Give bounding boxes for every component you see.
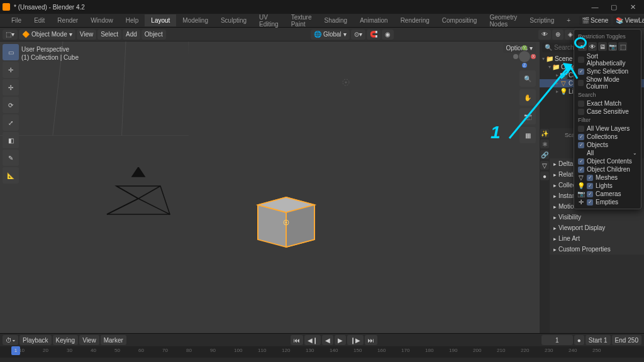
toggle-selectable-icon[interactable]: ↖ [578, 42, 587, 51]
play-reverse-button[interactable]: ◀ [322, 335, 333, 345]
gizmo-toggle[interactable]: ⊕ [552, 30, 564, 40]
menu-file[interactable]: File [5, 14, 28, 26]
scale-tool[interactable]: ⤢ [3, 114, 19, 131]
tab-geonodes[interactable]: Geometry Nodes [483, 11, 523, 30]
maximize-button[interactable]: ▢ [605, 1, 623, 13]
menu-edit[interactable]: Edit [28, 14, 51, 26]
timeline-playback[interactable]: Playback [19, 335, 52, 345]
menu-object[interactable]: Object [142, 30, 166, 40]
keyframe-next-button[interactable]: ❙▶ [347, 335, 364, 345]
camera-object[interactable] [101, 167, 176, 224]
objects-row[interactable]: ✓Objects [577, 141, 638, 149]
orbit-gizmo[interactable]: Y X Z [513, 45, 536, 68]
measure-tool[interactable]: 📐 [3, 167, 19, 184]
empties-row[interactable]: ✛✓Empties [577, 198, 638, 206]
window-title: * (Unsaved) - Blender 4.2 [14, 4, 85, 11]
tab-shading[interactable]: Shading [318, 14, 353, 26]
cursor-tool[interactable]: ✛ [3, 62, 19, 78]
keyframe-prev-button[interactable]: ◀❙ [304, 335, 321, 345]
toggle-viewport-icon[interactable]: 🖥 [598, 42, 607, 51]
3d-viewport[interactable]: Options ▾ [0, 41, 540, 333]
tab-uv[interactable]: UV Editing [253, 11, 285, 30]
toggle-hide-icon[interactable]: 👁 [588, 42, 597, 51]
cameras-row[interactable]: 📷✓Cameras [577, 190, 638, 198]
camera-gizmo[interactable]: 📷 [519, 108, 536, 124]
timeline-keying[interactable]: Keying [53, 335, 79, 345]
add-workspace-button[interactable]: + [560, 14, 577, 26]
menu-view[interactable]: View [77, 30, 97, 40]
obj-contents-row[interactable]: ✓Object Contents [577, 157, 638, 165]
orientation-selector[interactable]: 🌐 Global ▾ [311, 30, 350, 40]
tab-scripting[interactable]: Scripting [523, 14, 560, 26]
move-tool[interactable]: ✢ [3, 79, 19, 96]
section-lineart[interactable]: ▸ Line Art [550, 233, 644, 244]
visibility-toggles[interactable]: 👁 [538, 30, 551, 40]
timeline-editor-type[interactable]: ⏱▾ [3, 335, 18, 345]
timeline-ruler[interactable]: 1 10203040506070809010011012013014015016… [0, 346, 644, 358]
cube-object[interactable] [252, 186, 321, 255]
mode-selector[interactable]: 🔶 Object Mode ▾ [19, 30, 75, 40]
pivot-selector[interactable]: ⊙▾ [351, 30, 365, 40]
tab-compositing[interactable]: Compositing [436, 14, 484, 26]
tab-texture[interactable]: Texture Paint [285, 11, 318, 30]
tab-rendering[interactable]: Rendering [394, 14, 436, 26]
close-button[interactable]: ✕ [624, 1, 641, 13]
tab-modeling[interactable]: Modeling [176, 14, 214, 26]
transform-tool[interactable]: ◧ [3, 132, 19, 148]
tab-constraint-icon[interactable]: 🔗 [540, 150, 549, 159]
zoom-gizmo[interactable]: 🔍 [519, 70, 536, 87]
snap-toggle[interactable]: 🧲 [367, 30, 380, 40]
tick-60: 60 [138, 348, 144, 353]
show-mode-row[interactable]: Show Mode Column [577, 75, 638, 90]
minimize-button[interactable]: — [586, 1, 604, 13]
tab-layout[interactable]: Layout [145, 14, 176, 26]
jump-start-button[interactable]: ⏮ [291, 335, 303, 345]
tab-animation[interactable]: Animation [353, 14, 394, 26]
meshes-row[interactable]: ▽✓Meshes [577, 173, 638, 182]
menu-window[interactable]: Window [84, 14, 119, 26]
select-box-tool[interactable]: ▭ [3, 44, 19, 60]
play-button[interactable]: ▶ [335, 335, 346, 345]
proportional-toggle[interactable]: ◉ [382, 30, 394, 40]
all-layers-row[interactable]: All View Layers [577, 124, 638, 133]
toggle-holdout-icon[interactable]: ⬚ [618, 42, 627, 51]
timeline-marker[interactable]: Marker [101, 335, 126, 345]
all-row[interactable]: All⌄ [577, 149, 638, 157]
autokey-toggle[interactable]: ● [574, 335, 584, 345]
rotate-tool[interactable]: ⟳ [3, 97, 19, 113]
annotate-tool[interactable]: ✎ [3, 150, 19, 166]
case-sensitive-row[interactable]: Case Sensitive [577, 107, 638, 116]
collections-row[interactable]: ✓Collections [577, 133, 638, 141]
menu-render[interactable]: Render [51, 14, 84, 26]
section-display[interactable]: ▸ Viewport Display [550, 222, 644, 233]
section-visibility[interactable]: ▸ Visibility [550, 212, 644, 222]
tab-physics-icon[interactable]: ⚛ [540, 140, 549, 148]
persp-gizmo[interactable]: ▦ [519, 127, 536, 143]
toggle-render-icon[interactable]: 📷 [608, 42, 617, 51]
scene-selector[interactable]: 🎬 Scene [579, 16, 611, 25]
menu-select[interactable]: Select [97, 30, 121, 40]
sync-selection-row[interactable]: ✓Sync Selection [577, 67, 638, 75]
outliner-filter-menu: Restriction Toggles ↖ 👁 🖥 📷 ⬚ Sort Alpha… [574, 29, 641, 209]
timeline-view[interactable]: View [79, 335, 99, 345]
menu-add[interactable]: Add [123, 30, 140, 40]
obj-children-row[interactable]: ✓Object Children [577, 165, 638, 173]
start-frame-field[interactable]: Start 1 [586, 335, 611, 345]
exact-match-row[interactable]: Exact Match [577, 99, 638, 107]
tab-material-icon[interactable]: ● [540, 172, 549, 180]
menu-help[interactable]: Help [119, 14, 145, 26]
sort-alpha-row[interactable]: Sort Alphabetically [577, 52, 638, 67]
editor-type-selector[interactable]: ⬚▾ [3, 30, 18, 40]
light-object[interactable] [340, 76, 352, 89]
tab-particles-icon[interactable]: ✨ [540, 129, 549, 138]
tab-sculpting[interactable]: Sculpting [214, 14, 253, 26]
end-frame-field[interactable]: End 250 [612, 335, 641, 345]
tab-data-icon[interactable]: ▽ [540, 161, 549, 170]
section-custom[interactable]: ▸ Custom Properties [550, 244, 644, 255]
tick-100: 100 [234, 348, 242, 353]
viewlayer-selector[interactable]: 📚 ViewLayer [613, 16, 644, 25]
pan-gizmo[interactable]: ✋ [519, 89, 536, 106]
current-frame-field[interactable]: 1 [541, 335, 573, 345]
jump-end-button[interactable]: ⏭ [365, 335, 377, 345]
lights-row[interactable]: 💡✓Lights [577, 182, 638, 190]
